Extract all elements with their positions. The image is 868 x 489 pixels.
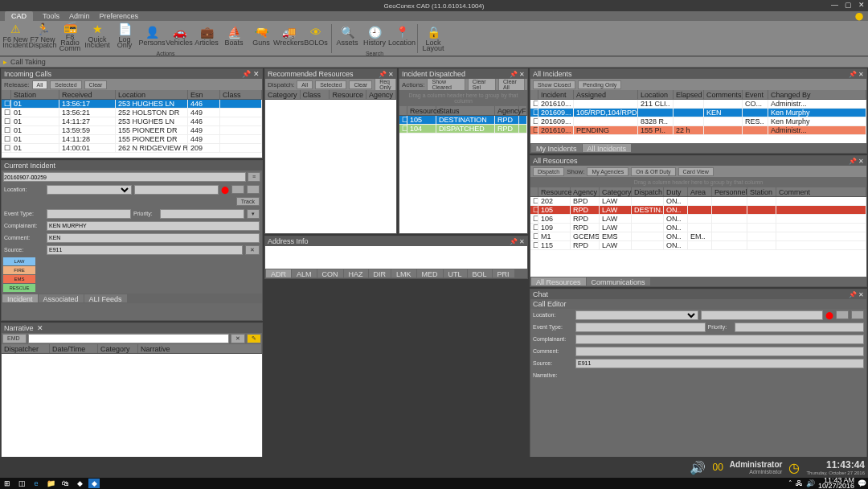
incident-row[interactable]: ☐201609...8328 R..RES..Ken Murphy [530,117,866,126]
tag-fire[interactable]: FIRE [3,266,35,274]
comment-input[interactable] [47,233,260,243]
f8-radio-comm-button[interactable]: 📻F8 Radio Comm [56,20,84,51]
edge-icon[interactable]: e [31,479,42,488]
log-only-button[interactable]: 📄Log Only [111,20,138,51]
tray-notifications-icon[interactable]: 💬 [858,479,866,487]
menu-admin[interactable]: Admin [69,12,90,20]
incident-row[interactable]: ☐201610...211 CLI..CO...Administr... [530,100,866,109]
dispatched-row[interactable]: ☐105DESTINATIONRPD [399,116,527,125]
resource-row[interactable]: ☐109RPDLAWON.. [530,224,866,232]
persons-button[interactable]: 👤Persons [138,20,166,51]
narr-clear[interactable]: ✕ [231,334,245,343]
resource-row[interactable]: ☐202BPDLAWON.. [530,197,866,206]
tab-communications[interactable]: Communications [587,277,650,286]
taskview-icon[interactable]: ◫ [16,479,27,488]
addr-tab-pri[interactable]: PRI [493,269,514,277]
vehicles-button[interactable]: 🚗Vehicles [166,20,193,51]
start-icon[interactable]: ⊞ [2,479,13,488]
tag-ems[interactable]: EMS [3,275,35,283]
location-input[interactable] [134,185,219,195]
addr-tab-alm[interactable]: ALM [292,269,317,277]
incident-id-input[interactable] [3,172,246,182]
help-icon[interactable]: ⬤ [855,12,863,20]
store-icon[interactable]: 🛍 [59,479,71,488]
tray-network-icon[interactable]: 🖧 [796,479,803,487]
assets-button[interactable]: 🔍Assets [334,20,361,51]
tab-my-incidents[interactable]: My Incidents [531,144,582,152]
incident-row[interactable]: ☐201610...PENDING155 PI..22 hAdministr..… [530,126,866,135]
wreckers-button[interactable]: 🚚Wreckers [275,20,302,51]
tray-volume-icon[interactable]: 🔊 [806,479,815,487]
location-prefix[interactable] [47,185,132,195]
incident-list-btn[interactable]: ≡ [248,172,260,182]
chat-event-input[interactable] [575,323,706,332]
narrative-input[interactable] [28,334,229,343]
boats-button[interactable]: ⛵Boats [220,20,248,51]
speaker-icon[interactable]: 🔊 [690,460,706,475]
addr-tab-utl[interactable]: UTL [444,269,467,277]
lock-layout-button[interactable]: 🔒Lock Layout [420,23,447,54]
app1-icon[interactable]: ◆ [74,479,85,488]
f6-new-incident-button[interactable]: ⚠F6 New Incident [2,20,29,51]
addr-tab-lmk[interactable]: LMK [391,269,416,277]
incoming-row[interactable]: ☐0113:59:59155 PIONEER DR449 [2,126,262,135]
complainant-input[interactable] [47,221,260,231]
menu-preferences[interactable]: Preferences [100,12,139,20]
tab-associated[interactable]: Associated [39,294,84,302]
priority-input[interactable] [160,209,244,219]
addr-tab-con[interactable]: CON [317,269,343,277]
app2-icon[interactable]: ◆ [88,479,100,488]
location-btn2[interactable] [247,185,260,194]
resource-row[interactable]: ☐105RPDLAWDESTIN..ON.. [530,206,866,215]
addr-tab-bol[interactable]: BOL [468,269,492,277]
explorer-icon[interactable]: 📁 [45,479,56,488]
release-all[interactable]: All [32,80,48,89]
pin-icon[interactable]: 📌 [242,70,251,78]
priority-btn[interactable]: ▾ [247,209,260,219]
emd-button[interactable]: EMD [2,334,27,343]
tab-all-incidents[interactable]: All Incidents [583,144,632,152]
chat-loc-prefix[interactable] [575,310,698,320]
incident-row[interactable]: ☐201609...105/RPD,104/RPDKENKen Murphy [530,109,866,117]
resource-row[interactable]: ☐M1GCEMSEMSON..EM.. [530,232,866,241]
minimize-icon[interactable]: — [831,1,838,9]
location-btn1[interactable] [231,185,244,194]
tab-all-resources[interactable]: All Resources [531,277,586,286]
incoming-row[interactable]: ☐0113:56:21252 HOLSTON DR449 [2,109,262,117]
incoming-row[interactable]: ☐0114:00:01262 N RIDGEVIEW RD209 [2,144,262,153]
resource-row[interactable]: ☐115RPDLAWON.. [530,241,866,250]
close-icon[interactable]: ✕ [253,70,260,78]
chat-source-input[interactable] [575,359,864,368]
menu-tools[interactable]: Tools [43,12,59,20]
incoming-row[interactable]: ☐0114:11:28155 PIONEER DR449 [2,135,262,144]
addr-tab-dir[interactable]: DIR [369,269,391,277]
tab-ali[interactable]: ALI Feeds [84,294,127,302]
event-type-input[interactable] [47,209,131,219]
narr-edit[interactable]: ✎ [247,334,261,343]
tray-up-icon[interactable]: ˄ [788,479,792,487]
bolos-button[interactable]: 👁BOLOs [302,20,330,51]
maximize-icon[interactable]: ▢ [845,1,852,9]
incoming-row[interactable]: ☐0114:11:27253 HUGHES LN446 [2,117,262,126]
articles-button[interactable]: 💼Articles [193,20,220,51]
tag-law[interactable]: LAW [3,257,35,265]
resource-row[interactable]: ☐106RPDLAWON.. [530,215,866,224]
track-button[interactable]: Track [236,197,260,206]
addr-tab-haz[interactable]: HAZ [344,269,368,277]
chat-comment-input[interactable] [575,347,864,356]
chat-priority-input[interactable] [735,323,865,332]
history-button[interactable]: 🕘History [361,20,388,51]
close-icon[interactable]: ✕ [858,1,865,9]
tab-incident[interactable]: Incident [2,294,38,302]
release-clear[interactable]: Clear [84,80,108,89]
incoming-row[interactable]: ☐0113:56:17253 HUGHES LN446 [2,100,262,109]
tag-rescue[interactable]: RESCUE [3,284,35,292]
release-selected[interactable]: Selected [50,80,81,89]
chat-complainant-input[interactable] [575,335,864,344]
f7-new-dispatch-button[interactable]: 🏃F7 New Dispatch [29,20,56,51]
chat-location-input[interactable] [701,310,824,320]
location-button[interactable]: 📍Location [388,20,416,51]
dispatched-row[interactable]: ☐104DISPATCHEDRPD [399,125,527,134]
addr-tab-adr[interactable]: ADR [266,269,291,277]
source-input[interactable] [47,245,243,255]
